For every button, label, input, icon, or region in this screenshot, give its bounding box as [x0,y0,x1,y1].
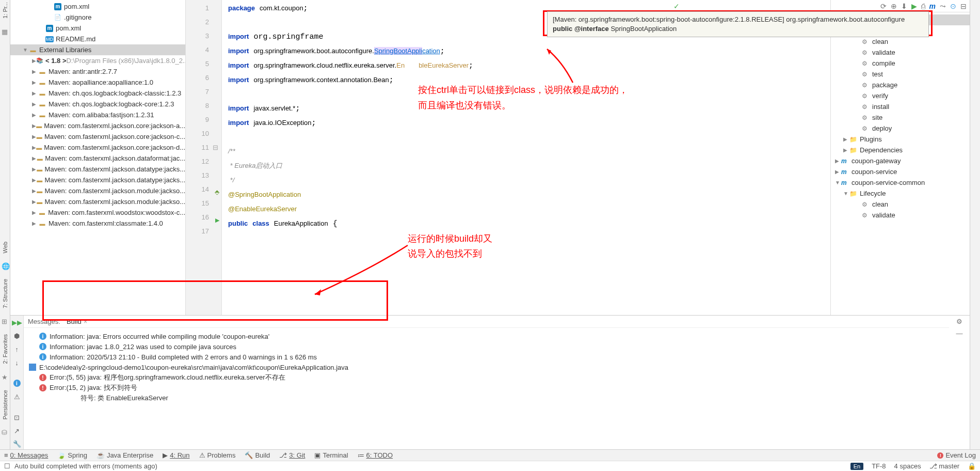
project-tool-tab[interactable]: 1: Pr... [2,2,8,19]
event-log-button[interactable]: ! Event Log [937,451,976,459]
run-tool-button[interactable]: ▶ 4: Run [163,451,189,459]
maven-node[interactable]: ⚙test [831,69,970,80]
build-tool-button[interactable]: 🔨 Build [245,451,270,459]
maven-node[interactable]: ⚙install [831,101,970,112]
persistence-tool-tab[interactable]: Persistence [2,390,8,419]
maven-download-icon[interactable]: ⬇ [901,2,907,10]
maven-toolbar: ⟳ ⊕ ⬇ ▶ ⎙ m ⤳ ⊙ ⊟ [831,0,970,12]
build-tab[interactable]: Build× [67,318,88,325]
library-node[interactable]: ▶▬Maven: com.fasterxml.jackson.dataforma… [10,153,185,164]
jdk-node[interactable]: ▶📚< 1.8 > D:\Program Files (x86)\Java\jd… [10,55,185,66]
favorites-tool-tab[interactable]: 2: Favorites [2,334,8,364]
structure-tool-tab[interactable]: 7: Structure [2,279,8,308]
export-button[interactable]: ↗ [12,426,22,436]
maven-collapse-icon[interactable]: ⊟ [960,2,967,10]
lock-icon[interactable]: 🔒 [968,462,976,470]
library-node[interactable]: ▶▬Maven: com.fasterxml.woodstox:woodstox… [10,207,185,218]
maven-exec-icon[interactable]: ⎙ [921,2,925,10]
annotation-text-1: 按住ctrl单击可以链接到class，说明依赖是成功的， [418,84,628,96]
project-file[interactable]: MDREADME.md [10,34,185,44]
project-file[interactable]: mpom.xml [10,23,185,34]
persistence-icon: ⛁ [2,429,9,436]
maven-node[interactable]: ⚙compile [831,58,970,69]
messages-content[interactable]: iInformation: java: Errors occurred whil… [24,328,949,449]
message-line[interactable]: E:\code\idea\y2-springcloud-demo1\coupon… [29,362,944,372]
maven-node[interactable]: ⚙clean [831,199,970,210]
maven-skip-icon[interactable]: ⤳ [940,2,946,10]
indent-indicator[interactable]: 4 spaces [894,462,921,470]
left-tool-gutter: 1: Pr... ▦ Web 🌐 7: Structure ⊞ 2: Favor… [0,0,10,449]
library-node[interactable]: ▶▬Maven: com.fasterxml.jackson.datatype:… [10,164,185,175]
message-line[interactable]: iInformation: javac 1.8.0_212 was used t… [29,341,944,352]
close-tab-icon[interactable]: × [84,318,88,325]
spring-tool-button[interactable]: 🍃 Spring [57,451,87,459]
message-line[interactable]: iInformation: java: Errors occurred whil… [29,331,944,341]
maven-node[interactable]: ▶mcoupon-gateway [831,155,970,166]
maven-node[interactable]: ⚙verify [831,90,970,101]
library-node[interactable]: ▶▬Maven: com.fasterxml.jackson.datatype:… [10,175,185,185]
maven-node[interactable]: ▶📁Plugins [831,134,970,145]
library-node[interactable]: ▶▬Maven: ch.qos.logback:logback-classic:… [10,88,185,99]
library-node[interactable]: ▶▬Maven: com.fasterxml.jackson.core:jack… [10,120,185,131]
override-icon[interactable]: ⬘ [215,185,219,199]
git-branch-indicator[interactable]: ⎇ master [929,462,959,470]
maven-run-icon[interactable]: ▶ [911,2,917,10]
library-node[interactable]: ▶▬Maven: com.alibaba:fastjson:1.2.31 [10,109,185,120]
library-node[interactable]: ▶▬Maven: com.fasterxml.jackson.module:ja… [10,185,185,196]
git-tool-button[interactable]: ⎇ 3: Git [279,451,305,459]
maven-node[interactable]: ⚙package [831,80,970,90]
project-file[interactable]: mpom.xml [10,1,185,12]
maven-toggle-icon[interactable]: m [929,2,936,10]
run-gutter-icon[interactable]: ▶ [215,213,219,227]
expand-button[interactable]: ⊡ [12,412,22,422]
filter-warn-icon[interactable]: ⚠ [12,391,22,402]
structure-icon: ⊞ [2,318,9,325]
maven-node[interactable]: ⚙site [831,112,970,123]
message-line[interactable]: !Error:(5, 55) java: 程序包org.springframew… [29,372,944,383]
maven-node[interactable]: ⚙validate [831,47,970,58]
maven-node[interactable]: ⚙validate [831,210,970,221]
settings-button[interactable]: 🔧 [12,439,22,449]
terminal-tool-button[interactable]: ▣ Terminal [314,451,348,459]
panel-settings-icon[interactable]: ⚙ [956,318,962,325]
external-libraries-node[interactable]: ▼▬External Libraries [10,44,185,55]
message-line[interactable]: iInformation: 2020/5/13 21:10 - Build co… [29,352,944,362]
tool-window-button[interactable]: ☐ [4,462,10,470]
maven-node[interactable]: ▶📁Dependencies [831,145,970,155]
rerun-button[interactable]: ▶▶ [12,318,22,328]
filter-info-icon[interactable]: i [12,379,22,389]
library-node[interactable]: ▶▬Maven: com.fasterxml.jackson.core:jack… [10,142,185,153]
web-tool-tab[interactable]: Web [2,242,8,253]
project-file[interactable]: 📄.gitignore [10,12,185,23]
maven-refresh-icon[interactable]: ⟳ [880,2,887,10]
maven-node[interactable]: ▶mcoupon-service [831,166,970,177]
analysis-ok-icon: ✓ [673,2,680,10]
project-icon: ▦ [2,28,9,35]
panel-hide-icon[interactable]: — [956,329,963,337]
input-method-indicator[interactable]: En [850,463,863,470]
up-button[interactable]: ↑ [12,344,22,355]
message-line[interactable]: !Error:(15, 2) java: 找不到符号 [29,383,944,393]
todo-tool-button[interactable]: ≔ 6: TODO [358,451,393,459]
maven-node[interactable]: ▼📁Lifecycle [831,188,970,199]
down-button[interactable]: ↓ [12,358,22,368]
maven-node[interactable]: ⚙deploy [831,123,970,134]
library-node[interactable]: ▶▬Maven: com.fasterxml:classmate:1.4.0 [10,218,185,229]
library-node[interactable]: ▶▬Maven: ch.qos.logback:logback-core:1.2… [10,99,185,109]
library-node[interactable]: ▶▬Maven: com.fasterxml.jackson.module:ja… [10,196,185,207]
library-node[interactable]: ▶▬Maven: aopalliance:aopalliance:1.0 [10,77,185,88]
messages-tool-button[interactable]: ≡ 0: Messages [4,451,48,459]
encoding-indicator[interactable]: TF-8 [872,462,886,470]
library-node[interactable]: ▶▬Maven: antlr:antlr:2.7.7 [10,66,185,77]
message-line[interactable]: 符号: 类 EnableEurekaServer [29,393,944,403]
maven-node[interactable]: ⚙clean [831,36,970,47]
maven-offline-icon[interactable]: ⊙ [950,2,956,10]
stop-button[interactable]: ⬢ [12,331,22,341]
maven-generate-icon[interactable]: ⊕ [891,2,897,10]
problems-tool-button[interactable]: ⚠ Problems [199,451,236,459]
messages-header: Messages: Build× [24,316,949,328]
library-node[interactable]: ▶▬Maven: com.fasterxml.jackson.core:jack… [10,131,185,142]
maven-node[interactable]: ▼mcoupon-service-common [831,177,970,188]
javaee-tool-button[interactable]: ☕ Java Enterprise [97,451,153,459]
springbootapp-link[interactable]: SpringBootAppli [374,47,422,55]
